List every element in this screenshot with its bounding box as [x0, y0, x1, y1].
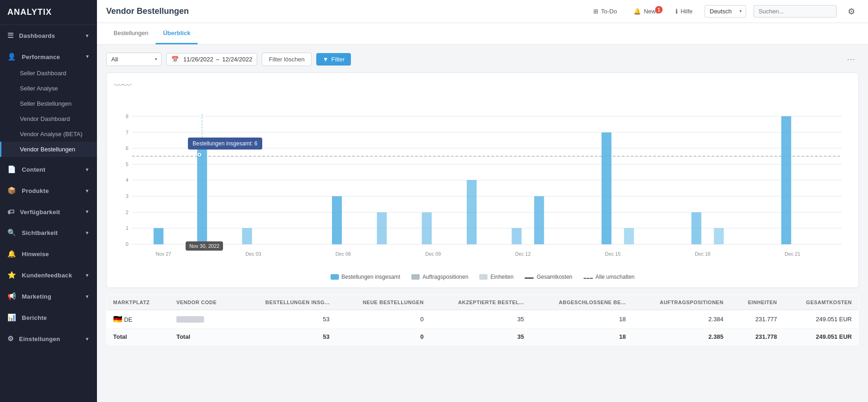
- svg-rect-37: [602, 132, 611, 244]
- svg-text:1: 1: [126, 225, 128, 231]
- date-from: 11/26/2022: [183, 56, 213, 63]
- legend-item-einheiten: Einheiten: [479, 274, 513, 280]
- sidebar-section-header-hinweise[interactable]: 🔔 Hinweise: [0, 245, 97, 263]
- topbar: Vendor Bestellungen ⊞ To-Do 🔔 1 News ℹ H…: [97, 0, 868, 23]
- row-marktplatz: 🇩🇪 DE: [107, 310, 170, 329]
- verfuegbarkeit-icon: 🏷: [7, 208, 14, 216]
- svg-text:3: 3: [126, 193, 128, 199]
- sidebar-item-vendor-bestellungen[interactable]: Vendor Bestellungen: [0, 142, 97, 157]
- sidebar-section-header-berichte[interactable]: 📊 Berichte: [0, 309, 97, 326]
- sidebar-section-header-kundenfeedback[interactable]: ⭐ Kundenfeedback ▼: [0, 266, 97, 284]
- svg-rect-31: [332, 196, 342, 244]
- sidebar-section-verfuegbarkeit: 🏷 Verfügbarkeit ▼: [0, 201, 97, 222]
- sidebar-section-content: 📄 Content ▼: [0, 159, 97, 180]
- sidebar-section-header-sichtbarkeit[interactable]: 🔍 Sichtbarkeit ▼: [0, 224, 97, 241]
- sidebar-section-performance: 👤 Performance ▲ Seller Dashboard Seller …: [0, 46, 97, 159]
- filter-apply-button[interactable]: ▼ Filter: [316, 53, 351, 66]
- hilfe-button[interactable]: ℹ Hilfe: [671, 5, 697, 18]
- filter-dropdown[interactable]: All DE US UK: [106, 53, 162, 66]
- calendar-icon: 📅: [171, 56, 179, 63]
- legend-swatch-bestellungen: [331, 274, 339, 280]
- flag-de: 🇩🇪: [113, 315, 122, 323]
- todo-label: To-Do: [601, 8, 617, 15]
- performance-chevron: ▲: [85, 54, 90, 60]
- vendor-code-bar: [176, 316, 204, 323]
- svg-text:2: 2: [126, 210, 128, 215]
- row-neue-bestellungen: 0: [336, 310, 430, 329]
- sidebar-section-header-produkte[interactable]: 📦 Produkte ▼: [0, 182, 97, 199]
- legend-label-alle-umschalten: Alle umschalten: [596, 274, 635, 280]
- language-select[interactable]: Deutsch English Français: [705, 5, 746, 18]
- news-button[interactable]: 🔔 1 News: [629, 5, 663, 18]
- sidebar-verfuegbarkeit-label: Verfügbarkeit: [20, 209, 60, 216]
- col-auftragspositionen: AUFTRAGSPOSITIONEN: [632, 295, 729, 310]
- sidebar-item-seller-dashboard[interactable]: Seller Dashboard: [0, 66, 97, 81]
- performance-icon: 👤: [7, 53, 16, 60]
- legend-item-bestellungen: Bestellungen insgesamt: [331, 274, 400, 280]
- filter-clear-button[interactable]: Filter löschen: [262, 53, 311, 66]
- sichtbarkeit-chevron: ▼: [85, 230, 90, 235]
- legend-label-auftragspositionen: Auftragspositionen: [422, 274, 468, 280]
- sidebar-section-dashboards: ☰ Dashboards ▼: [0, 25, 97, 46]
- total-neue-bestellungen: 0: [336, 329, 430, 345]
- table-row[interactable]: 🇩🇪 DE 53 0 35 18 2.384 231.777 249.051 E…: [107, 310, 859, 329]
- total-akzeptierte: 35: [430, 329, 530, 345]
- svg-text:5: 5: [126, 162, 128, 167]
- svg-text:4: 4: [126, 177, 128, 183]
- kundenfeedback-chevron: ▼: [85, 273, 90, 278]
- svg-rect-30: [242, 228, 252, 244]
- row-gesamtkosten: 249.051 EUR: [784, 310, 858, 329]
- row-einheiten: 231.777: [730, 310, 784, 329]
- sidebar-section-produkte: 📦 Produkte ▼: [0, 180, 97, 201]
- content-chevron: ▼: [85, 167, 90, 172]
- sidebar-section-header-marketing[interactable]: 📢 Marketing ▼: [0, 288, 97, 305]
- sidebar-section-hinweise: 🔔 Hinweise: [0, 243, 97, 264]
- svg-text:0: 0: [126, 241, 128, 247]
- col-marktplatz: MARKTPLATZ: [107, 295, 170, 310]
- svg-rect-35: [512, 228, 521, 244]
- search-input[interactable]: [753, 5, 837, 18]
- filter-apply-label: Filter: [332, 56, 345, 63]
- row-bestellungen-insg: 53: [238, 310, 336, 329]
- svg-rect-27: [154, 228, 163, 244]
- topbar-actions: ⊞ To-Do 🔔 1 News ℹ Hilfe Deutsch English…: [589, 5, 859, 18]
- tab-bestellungen[interactable]: Bestellungen: [106, 23, 156, 44]
- filter-dropdown-wrapper: All DE US UK: [106, 53, 162, 66]
- einstellungen-icon: ⚙: [7, 335, 13, 342]
- svg-rect-36: [534, 196, 544, 244]
- sidebar-sichtbarkeit-label: Sichtbarkeit: [22, 229, 58, 236]
- svg-text:6: 6: [126, 145, 128, 151]
- news-badge: 1: [655, 6, 663, 13]
- row-vendor-code: [170, 310, 238, 329]
- svg-text:8: 8: [126, 114, 128, 119]
- todo-button[interactable]: ⊞ To-Do: [589, 5, 622, 18]
- sidebar-item-seller-bestellungen[interactable]: Seller Bestellungen: [0, 96, 97, 111]
- sidebar-einstellungen-label: Einstellungen: [19, 336, 60, 342]
- sidebar-item-vendor-analyse-beta[interactable]: Vendor Analyse (BETA): [0, 126, 97, 142]
- tab-ueberblick[interactable]: Überblick: [156, 23, 198, 44]
- date-range-picker[interactable]: 📅 11/26/2022 – 12/24/2022: [166, 53, 257, 66]
- sidebar-section-header-verfuegbarkeit[interactable]: 🏷 Verfügbarkeit ▼: [0, 203, 97, 220]
- more-options-icon: ⋯: [847, 54, 855, 64]
- marketing-chevron: ▼: [85, 294, 90, 299]
- col-einheiten: EINHEITEN: [730, 295, 784, 310]
- legend-item-auftragspositionen: Auftragspositionen: [411, 274, 468, 280]
- produkte-icon: 📦: [7, 186, 16, 194]
- tab-bestellungen-label: Bestellungen: [114, 30, 148, 36]
- sidebar-section-header-performance[interactable]: 👤 Performance ▲: [0, 48, 97, 66]
- sidebar-item-vendor-dashboard[interactable]: Vendor Dashboard: [0, 111, 97, 126]
- col-akzeptierte-bestellungen: AKZEPTIERTE BESTEL...: [430, 295, 530, 310]
- chart-area: 0 1 2 3 4 5 6 7 8 Nov 27 Dec 03 Dec 06 D…: [114, 94, 851, 269]
- sidebar-section-header-dashboards[interactable]: ☰ Dashboards ▼: [0, 27, 97, 44]
- more-options-button[interactable]: ⋯: [843, 52, 859, 66]
- sidebar-section-header-content[interactable]: 📄 Content ▼: [0, 161, 97, 178]
- topbar-settings-button[interactable]: ⚙: [844, 5, 859, 18]
- chart-nav-wave-icon: 〰〰: [114, 80, 131, 91]
- sichtbarkeit-icon: 🔍: [7, 228, 16, 236]
- svg-rect-39: [692, 212, 701, 244]
- sidebar-item-seller-analyse[interactable]: Seller Analyse: [0, 81, 97, 96]
- legend-swatch-einheiten: [479, 274, 488, 280]
- sidebar-section-header-einstellungen[interactable]: ⚙ Einstellungen ▼: [0, 330, 97, 348]
- sidebar-content-label: Content: [22, 166, 45, 173]
- svg-text:Dec 09: Dec 09: [425, 251, 441, 257]
